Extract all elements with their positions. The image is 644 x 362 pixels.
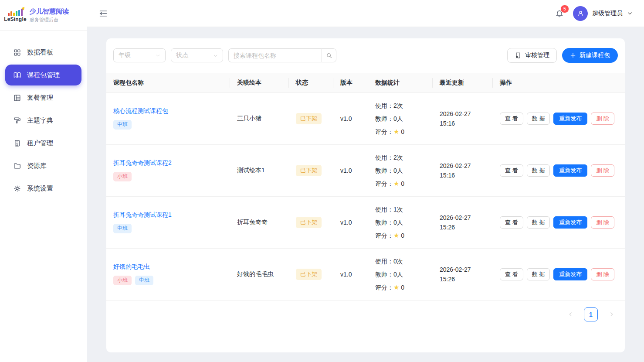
version: v1.0 — [333, 144, 368, 196]
user-menu[interactable]: 超级管理员 — [573, 6, 633, 21]
search-button[interactable] — [322, 48, 336, 62]
paint-roller-icon — [13, 116, 21, 125]
sidebar-item-label: 数据看板 — [27, 48, 53, 57]
main-content: 年级 状态 审核管理 新建课程包 — [87, 27, 644, 362]
row-actions: 查 看 数 据 重新发布 删 除 — [500, 268, 618, 280]
table-row: 折耳兔奇奇测试课程2 小班 测试绘本1 已下架 v1.0 使用：2次 教师：0人… — [106, 144, 625, 196]
search-group — [228, 48, 336, 62]
delete-button[interactable]: 删 除 — [591, 216, 614, 229]
data-button[interactable]: 数 据 — [527, 164, 550, 177]
status-badge: 已下架 — [296, 165, 322, 176]
related-book: 测试绘本1 — [230, 144, 289, 196]
view-button[interactable]: 查 看 — [500, 164, 523, 177]
plus-icon — [570, 52, 576, 58]
column-header-book: 关联绘本 — [230, 73, 289, 92]
pagination-page-1[interactable]: 1 — [584, 307, 598, 321]
sidebar-item-course-packages[interactable]: 课程包管理 — [5, 65, 81, 85]
sidebar-item-label: 资源库 — [27, 162, 47, 170]
sidebar-item-resources[interactable]: 资源库 — [5, 155, 81, 176]
pagination: 1 — [106, 301, 625, 321]
row-actions: 查 看 数 据 重新发布 删 除 — [500, 216, 618, 229]
package-name-link[interactable]: 折耳兔奇奇测试课程1 — [113, 211, 172, 219]
chevron-right-icon — [609, 311, 614, 317]
republish-button[interactable]: 重新发布 — [553, 164, 587, 177]
sidebar-item-label: 系统设置 — [27, 184, 53, 193]
table-header-row: 课程包名称 关联绘本 状态 版本 数据统计 最近更新 操作 — [106, 73, 625, 92]
package-name-link[interactable]: 折耳兔奇奇测试课程2 — [113, 159, 172, 167]
grade-tag: 中班 — [113, 120, 132, 130]
search-input[interactable] — [228, 48, 322, 62]
status-badge: 已下架 — [296, 217, 322, 228]
logo-wordmark: LeSingle — [4, 16, 27, 22]
chevron-left-icon — [568, 311, 573, 317]
pagination-prev-button[interactable] — [564, 308, 577, 321]
grade-select[interactable]: 年级 — [113, 48, 166, 62]
chevron-down-icon — [156, 53, 160, 58]
delete-button[interactable]: 删 除 — [591, 113, 614, 125]
brand-title: 少儿智慧阅读 — [30, 7, 69, 16]
view-button[interactable]: 查 看 — [500, 268, 523, 280]
stats-cell: 使用：0次 教师：0人 评分：★ 0 — [368, 248, 433, 300]
menu-fold-icon — [99, 9, 108, 18]
building-icon — [13, 139, 21, 147]
top-header: 5 超级管理员 — [87, 0, 644, 27]
audit-icon — [515, 52, 522, 59]
sidebar: LeSingle 少儿智慧阅读 服务管理后台 数据看板 课程包管理 套餐管理 主… — [0, 0, 87, 362]
data-button[interactable]: 数 据 — [527, 216, 550, 229]
sidebar-collapse-button[interactable] — [98, 8, 109, 19]
filter-toolbar: 年级 状态 审核管理 新建课程包 — [106, 38, 625, 73]
view-button[interactable]: 查 看 — [500, 216, 523, 229]
sidebar-item-packages[interactable]: 套餐管理 — [5, 87, 81, 108]
status-badge: 已下架 — [296, 113, 322, 124]
audit-button-label: 审核管理 — [525, 51, 549, 59]
republish-button[interactable]: 重新发布 — [553, 268, 587, 280]
avatar — [573, 6, 588, 21]
data-button[interactable]: 数 据 — [527, 113, 550, 125]
republish-button[interactable]: 重新发布 — [553, 113, 587, 125]
row-actions: 查 看 数 据 重新发布 删 除 — [500, 164, 618, 177]
related-book: 三只小猪 — [230, 92, 289, 144]
grade-tag: 小班 — [113, 172, 132, 181]
package-name-link[interactable]: 好饿的毛毛虫 — [113, 263, 150, 271]
view-button[interactable]: 查 看 — [500, 113, 523, 125]
brand-subtitle: 服务管理后台 — [30, 17, 69, 23]
pagination-next-button[interactable] — [605, 308, 618, 321]
gear-icon — [13, 184, 21, 193]
sidebar-menu: 数据看板 课程包管理 套餐管理 主题字典 租户管理 资源库 系统设置 — [0, 31, 87, 199]
data-button[interactable]: 数 据 — [527, 268, 550, 280]
star-icon: ★ — [393, 232, 399, 239]
column-header-version: 版本 — [333, 73, 368, 92]
delete-button[interactable]: 删 除 — [591, 164, 614, 177]
sidebar-item-theme-dictionary[interactable]: 主题字典 — [5, 110, 81, 131]
related-book: 好饿的毛毛虫 — [230, 248, 289, 300]
updated-cell: 2026-02-27 15:16 — [433, 144, 493, 196]
column-header-name: 课程包名称 — [106, 73, 230, 92]
dashboard-grid-icon — [13, 48, 21, 57]
sidebar-item-tenants[interactable]: 租户管理 — [5, 133, 81, 154]
status-badge: 已下架 — [296, 269, 322, 280]
package-name-link[interactable]: 核心流程测试课程包 — [113, 107, 168, 115]
status-select[interactable]: 状态 — [171, 48, 223, 62]
star-icon: ★ — [393, 283, 399, 291]
notifications-button[interactable]: 5 — [554, 8, 565, 19]
course-package-card: 年级 状态 审核管理 新建课程包 — [106, 38, 625, 352]
row-actions: 查 看 数 据 重新发布 删 除 — [500, 113, 618, 125]
column-header-stats: 数据统计 — [368, 73, 433, 92]
create-button-label: 新建课程包 — [580, 51, 610, 59]
audit-management-button[interactable]: 审核管理 — [507, 48, 557, 63]
column-header-updated: 最近更新 — [433, 73, 493, 92]
version: v1.0 — [333, 196, 368, 248]
related-book: 折耳兔奇奇 — [230, 196, 289, 248]
create-course-package-button[interactable]: 新建课程包 — [562, 48, 618, 63]
grade-select-placeholder: 年级 — [119, 51, 131, 59]
folder-icon — [13, 162, 21, 170]
sidebar-item-settings[interactable]: 系统设置 — [5, 178, 81, 199]
republish-button[interactable]: 重新发布 — [553, 216, 587, 229]
stats-cell: 使用：2次 教师：0人 评分：★ 0 — [368, 144, 433, 196]
table-row: 好饿的毛毛虫 小班 中班 好饿的毛毛虫 已下架 v1.0 使用：0次 教师：0人… — [106, 248, 625, 300]
course-package-table: 课程包名称 关联绘本 状态 版本 数据统计 最近更新 操作 核心流程测试课程包 … — [106, 73, 625, 301]
delete-button[interactable]: 删 除 — [591, 268, 614, 280]
sidebar-item-dashboard[interactable]: 数据看板 — [5, 42, 81, 63]
column-header-status: 状态 — [289, 73, 333, 92]
user-name: 超级管理员 — [592, 10, 623, 17]
